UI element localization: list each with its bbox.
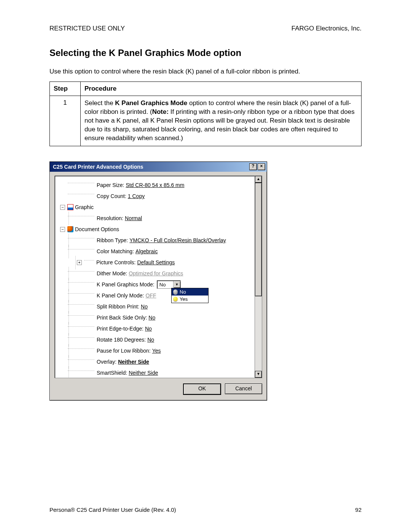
scrollbar[interactable]: ▲ ▼ xyxy=(255,176,262,378)
resolution-value[interactable]: Normal xyxy=(125,215,142,221)
expand-graphic-icon[interactable]: − xyxy=(60,205,65,210)
expand-picturectl-icon[interactable]: + xyxy=(77,260,82,265)
copy-count-label: Copy Count: xyxy=(97,193,126,199)
scroll-down-icon[interactable]: ▼ xyxy=(255,371,262,378)
footer-left: Persona® C25 Card Printer User Guide (Re… xyxy=(49,506,176,513)
split-ribbon-print-value[interactable]: No xyxy=(141,304,148,310)
section-title: Selecting the K Panel Graphics Mode opti… xyxy=(49,48,362,58)
scroll-track[interactable] xyxy=(255,183,262,371)
rotate-180-label: Rotate 180 Degrees: xyxy=(97,337,146,343)
print-edge-to-edge-value[interactable]: No xyxy=(145,326,152,332)
chevron-down-icon[interactable]: ▼ xyxy=(173,281,180,288)
procedure-body: Select the K Panel Graphics Mode option … xyxy=(81,96,362,146)
bulb-on-icon xyxy=(173,297,178,301)
options-tree: Paper Size: Std CR-80 54 x 85.6 mm Copy … xyxy=(54,176,262,378)
dialog-titlebar[interactable]: C25 Card Printer Advanced Options ? × xyxy=(50,162,267,172)
step-number: 1 xyxy=(50,96,81,146)
picture-controls-label: Picture Controls: xyxy=(96,259,135,265)
k-panel-only-mode-label: K Panel Only Mode: xyxy=(97,292,144,299)
print-back-side-only-value[interactable]: No xyxy=(148,315,155,321)
header-left: RESTRICTED USE ONLY xyxy=(49,25,125,32)
paper-size-value[interactable]: Std CR-80 54 x 85.6 mm xyxy=(126,182,184,188)
scroll-up-icon[interactable]: ▲ xyxy=(255,176,262,183)
dropdown-selected: No xyxy=(157,282,173,288)
k-panel-graphics-mode-label: K Panel Graphics Mode: xyxy=(97,281,155,288)
ok-button[interactable]: OK xyxy=(183,383,221,395)
dialog-title: C25 Card Printer Advanced Options xyxy=(53,164,143,170)
page-number: 92 xyxy=(355,506,362,513)
col-procedure: Procedure xyxy=(81,81,362,96)
ribbon-type-label: Ribbon Type: xyxy=(97,237,128,243)
print-edge-to-edge-label: Print Edge-to-Edge: xyxy=(97,326,143,332)
help-button[interactable]: ? xyxy=(249,163,257,170)
resolution-label: Resolution: xyxy=(97,215,123,221)
picture-controls-value[interactable]: Default Settings xyxy=(137,259,175,265)
dither-mode-label: Dither Mode: xyxy=(97,270,127,276)
ribbon-type-value[interactable]: YMCKO - Full Color/Resin Black/Overlay xyxy=(129,237,226,243)
print-back-side-only-label: Print Back Side Only: xyxy=(97,315,147,321)
smartshield-value[interactable]: Neither Side xyxy=(129,370,158,376)
dropdown-list[interactable]: No Yes xyxy=(171,288,209,303)
dither-mode-value: Optimized for Graphics xyxy=(129,270,183,276)
graphic-icon xyxy=(67,204,73,210)
dropdown-option-yes[interactable]: Yes xyxy=(172,296,208,303)
color-matching-value[interactable]: Algebraic xyxy=(135,248,158,254)
split-ribbon-print-label: Split Ribbon Print: xyxy=(97,304,139,310)
bulb-off-icon xyxy=(173,289,178,294)
smartshield-label: SmartShield: xyxy=(97,370,127,376)
color-matching-label: Color Matching: xyxy=(97,248,134,254)
table-row: 1 Select the K Panel Graphics Mode optio… xyxy=(50,96,362,146)
overlay-value[interactable]: Neither Side xyxy=(118,359,149,365)
rotate-180-value[interactable]: No xyxy=(147,337,154,343)
expand-docopts-icon[interactable]: − xyxy=(60,227,65,232)
k-panel-only-mode-value: OFF xyxy=(146,292,156,299)
pause-low-ribbon-label: Pause for Low Ribbon: xyxy=(97,348,151,354)
col-step: Step xyxy=(50,81,81,96)
procedure-table: Step Procedure 1 Select the K Panel Grap… xyxy=(49,81,362,146)
document-options-node[interactable]: Document Options xyxy=(75,226,119,232)
overlay-label: Overlay: xyxy=(97,359,116,365)
close-button[interactable]: × xyxy=(258,163,265,170)
pause-low-ribbon-value[interactable]: Yes xyxy=(152,348,161,354)
graphic-node[interactable]: Graphic xyxy=(75,204,94,210)
header-right: FARGO Electronics, Inc. xyxy=(292,25,362,32)
paper-size-label: Paper Size: xyxy=(97,182,124,188)
intro-text: Use this option to control where the res… xyxy=(49,67,362,76)
copy-count-value[interactable]: 1 Copy xyxy=(128,193,145,199)
document-options-icon xyxy=(67,226,73,232)
cancel-button[interactable]: Cancel xyxy=(225,383,262,394)
advanced-options-dialog: C25 Card Printer Advanced Options ? × Pa… xyxy=(49,161,267,401)
scroll-thumb[interactable] xyxy=(255,183,262,296)
dropdown-option-no[interactable]: No xyxy=(172,288,208,296)
